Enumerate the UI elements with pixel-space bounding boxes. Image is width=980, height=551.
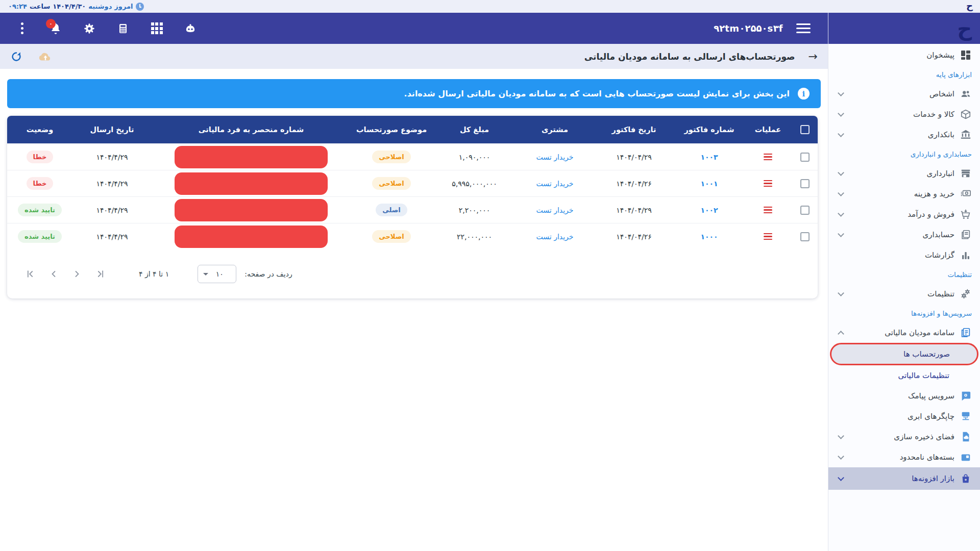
invoices-table-card: عملیات شماره فاکتور تاریخ فاکتور مشتری م… — [7, 116, 818, 298]
sidebar-item-settings[interactable]: تنظیمات — [828, 284, 980, 304]
sidebar-item-label: بانکداری — [848, 130, 954, 139]
time-label: ساعت — [30, 3, 50, 10]
sidebar-subitem-tax-settings[interactable]: تنظیمات مالیاتی — [828, 365, 980, 386]
table-header-row: عملیات شماره فاکتور تاریخ فاکتور مشتری م… — [7, 116, 818, 143]
rows-per-page-value: ۱۰ — [208, 270, 231, 278]
sidebar-item-label: سامانه مودیان مالیاتی — [848, 328, 954, 337]
sidebar-item-label: پیشخوان — [837, 51, 954, 60]
first-page-button[interactable] — [21, 265, 39, 283]
today-label: امروز — [114, 3, 133, 10]
sidebar-item-people[interactable]: اشخاص — [828, 84, 980, 104]
customer-link[interactable]: خریدار تست — [517, 233, 593, 241]
row-checkbox[interactable] — [800, 232, 810, 241]
sidebar-item-banking[interactable]: بانکداری — [828, 124, 980, 145]
cart-icon — [960, 208, 972, 220]
sidebar-item-warehousing[interactable]: انبارداری — [828, 163, 980, 184]
operations-menu-icon[interactable] — [764, 207, 772, 214]
sidebar-subitem-invoices-active[interactable]: صورتحساب ها — [830, 343, 978, 365]
sidebar-item-storage[interactable]: فضای ذخیره سازی — [828, 427, 980, 447]
sidebar-item-addons-market[interactable]: بازار افزونه‌ها — [828, 467, 980, 490]
sidebar-logo-zone: ح — [828, 13, 980, 44]
gear-icon — [83, 22, 96, 35]
sidebar-subitem-label: تنظیمات مالیاتی — [828, 371, 949, 380]
sidebar-item-reports[interactable]: گزارشات — [828, 245, 980, 265]
next-page-button[interactable] — [68, 265, 86, 283]
invoice-no-link[interactable]: ۱۰۰۱ — [675, 180, 744, 188]
operations-menu-icon[interactable] — [764, 154, 772, 161]
sidebar-item-label: فروش و درآمد — [848, 210, 954, 219]
sidebar-item-goods-services[interactable]: کالا و خدمات — [828, 104, 980, 124]
sidebar-section-services-addons: سرویس‌ها و افزونه‌ها — [828, 304, 980, 322]
back-arrow-icon[interactable]: → — [808, 51, 818, 62]
box-icon — [960, 108, 972, 120]
notification-badge: ۰ — [46, 19, 56, 29]
table-row: ۱۰۰۱ ۱۴۰۴/۰۴/۲۶ خریدار تست ۵,۹۹۵,۰۰۰,۰۰۰… — [7, 170, 818, 196]
row-checkbox[interactable] — [800, 179, 810, 188]
sidebar-subitem-label: صورتحساب ها — [831, 349, 950, 359]
row-checkbox[interactable] — [800, 206, 810, 215]
sidebar-item-unlimited-packages[interactable]: بسته‌های نامحدود — [828, 447, 980, 467]
calculator-button[interactable] — [112, 18, 134, 39]
sidebar-item-accounting[interactable]: حسابداری — [828, 224, 980, 245]
previous-page-button[interactable] — [45, 265, 62, 283]
operations-menu-icon[interactable] — [764, 180, 772, 187]
sidebar-item-label: چاپگرهای ابری — [837, 412, 954, 421]
table-row: ۱۰۰۳ ۱۴۰۴/۰۴/۲۹ خریدار تست ۱,۰۹۰,۰۰۰ اصل… — [7, 143, 818, 170]
toolbar-title-group: → صورتحساب‌های ارسالی به سامانه مودیان م… — [584, 51, 818, 62]
operations-menu-icon[interactable] — [764, 233, 772, 240]
assistant-button[interactable] — [180, 18, 201, 39]
robot-icon — [183, 21, 198, 36]
customer-link[interactable]: خریدار تست — [517, 153, 593, 161]
customer-link[interactable]: خریدار تست — [517, 180, 593, 188]
header-tax-uid: شماره منحصر به فرد مالیاتی — [152, 126, 351, 134]
invoice-no-link[interactable]: ۱۰۰۰ — [675, 233, 744, 241]
sidebar-item-tax-system[interactable]: سامانه مودیان مالیاتی — [828, 322, 980, 343]
sidebar-item-label: سرویس پیامک — [837, 391, 954, 400]
status-badge: خطا — [27, 177, 54, 190]
file-cloud-icon — [960, 431, 972, 443]
sidebar-item-label: حسابداری — [848, 230, 954, 239]
row-checkbox[interactable] — [800, 153, 810, 162]
sidebar-item-purchase-expense[interactable]: خرید و هزینه — [828, 184, 980, 204]
header-operations: عملیات — [744, 126, 792, 134]
total-amount: ۵,۹۹۵,۰۰۰,۰۰۰ — [432, 180, 517, 188]
invoice-no-link[interactable]: ۱۰۰۳ — [675, 153, 744, 161]
date-time-chip: امروز دوشنبه ۱۴۰۴/۴/۳۰ ساعت ۰۹:۲۴ — [8, 3, 144, 11]
invoice-date: ۱۴۰۴/۰۴/۲۶ — [593, 233, 675, 241]
apps-button[interactable] — [146, 18, 167, 39]
main-content: → صورتحساب‌های ارسالی به سامانه مودیان م… — [0, 44, 828, 551]
customer-link[interactable]: خریدار تست — [517, 206, 593, 214]
sidebar-item-label: کالا و خدمات — [848, 110, 954, 119]
notifications-button[interactable]: ۰ — [45, 18, 66, 39]
hamburger-menu-button[interactable] — [796, 23, 811, 33]
clock-icon — [136, 3, 144, 11]
header-status: وضعیت — [7, 126, 72, 134]
more-menu-button[interactable] — [11, 18, 33, 39]
people-icon — [960, 88, 972, 100]
refresh-button[interactable] — [10, 51, 22, 63]
subject-badge: اصلی — [376, 204, 407, 216]
sidebar-item-label: بسته‌های نامحدود — [848, 453, 954, 462]
sidebar-item-sms-service[interactable]: سرویس پیامک — [828, 386, 980, 406]
sidebar-item-label: فضای ذخیره سازی — [848, 432, 954, 441]
sidebar-item-dashboard[interactable]: پیشخوان — [828, 45, 980, 65]
rows-per-page-select[interactable]: ۱۰ — [198, 265, 236, 283]
send-date: ۱۴۰۴/۴/۲۹ — [72, 180, 152, 188]
header-customer: مشتری — [517, 126, 593, 134]
invoice-no-link[interactable]: ۱۰۰۲ — [675, 206, 744, 214]
invoice-date: ۱۴۰۴/۰۴/۲۹ — [593, 153, 675, 161]
header-invoice-date: تاریخ فاکتور — [593, 126, 675, 134]
subject-badge: اصلاحی — [372, 177, 410, 190]
sidebar-item-sales-income[interactable]: فروش و درآمد — [828, 204, 980, 224]
top-strip: امروز دوشنبه ۱۴۰۴/۴/۳۰ ساعت ۰۹:۲۴ ح — [0, 0, 980, 13]
cloud-upload-button[interactable] — [38, 51, 53, 63]
select-all-checkbox[interactable] — [800, 125, 810, 134]
sidebar-item-cloud-printers[interactable]: چاپگرهای ابری — [828, 406, 980, 427]
settings-button[interactable] — [79, 18, 100, 39]
tax-uid-redacted-block — [175, 146, 328, 168]
tax-uid-redacted-block — [175, 226, 328, 248]
last-page-button[interactable] — [92, 265, 109, 283]
pagination-range-text: ۱ تا ۴ از ۴ — [139, 270, 169, 278]
total-amount: ۱,۰۹۰,۰۰۰ — [432, 153, 517, 161]
time-value: ۰۹:۲۴ — [8, 3, 27, 10]
